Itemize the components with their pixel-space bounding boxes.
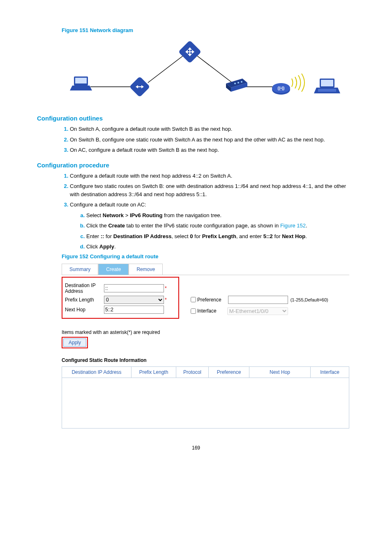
tab-remove[interactable]: Remove (129, 264, 163, 275)
outlines-list: On Switch A, configure a default route w… (62, 125, 355, 154)
page-number: 169 (37, 445, 355, 451)
procedure-list: Configure a default route with the next … (62, 172, 355, 251)
figure-152-link[interactable]: Figure 152 (280, 222, 306, 229)
list-item: On Switch B, configure one static route … (70, 136, 355, 144)
interface-label: Interface (197, 308, 217, 314)
list-item: Select Network > IPv6 Routing from the n… (86, 211, 355, 220)
svg-marker-6 (70, 86, 92, 90)
required-asterisk: * (165, 285, 167, 291)
list-item: Click the Create tab to enter the IPv6 s… (86, 222, 355, 230)
next-hop-input[interactable] (104, 306, 164, 314)
interface-select[interactable]: M-Ethernet1/0/0 (227, 307, 288, 315)
network-diagram: ((•)) (62, 37, 349, 107)
svg-line-1 (148, 56, 183, 83)
apply-button-highlight: Apply (62, 337, 88, 348)
interface-checkbox[interactable] (191, 308, 196, 314)
col-preference: Preference (209, 366, 249, 378)
svg-line-2 (197, 56, 232, 83)
svg-point-12 (234, 83, 236, 84)
list-item: Configure a default route on AC: Select … (70, 201, 355, 251)
heading-configuration-outlines: Configuration outlines (37, 115, 355, 122)
list-item: Enter :: for Destination IP Address, sel… (86, 232, 355, 241)
svg-rect-5 (75, 78, 87, 83)
apply-button[interactable]: Apply (63, 338, 86, 347)
next-hop-label: Next Hop (65, 307, 104, 313)
static-route-info-heading: Configured Static Route Information (62, 357, 355, 363)
preference-input[interactable] (228, 296, 288, 304)
tab-summary[interactable]: Summary (62, 264, 98, 275)
tab-row: Summary Create Remove (62, 264, 349, 275)
preference-checkbox[interactable] (191, 297, 196, 302)
list-item: Click Apply. (86, 243, 355, 251)
svg-rect-21 (318, 89, 336, 92)
required-asterisk: * (165, 297, 167, 303)
preference-hint: (1-255,Default=60) (291, 297, 328, 302)
list-item: Configure two static routes on Switch B:… (70, 182, 355, 198)
svg-text:((•)): ((•)) (278, 86, 285, 90)
col-destination-ip: Destination IP Address (62, 366, 131, 378)
svg-point-14 (241, 81, 242, 83)
col-next-hop: Next Hop (249, 366, 311, 378)
empty-table-body (62, 378, 349, 428)
figure-152-title: Figure 152 Configuring a default route (62, 253, 355, 260)
destination-ip-input[interactable] (104, 284, 164, 292)
required-note: Items marked with an asterisk(*) are req… (62, 329, 355, 335)
svg-rect-19 (321, 80, 333, 86)
preference-label: Preference (197, 297, 221, 303)
col-protocol: Protocol (176, 366, 209, 378)
heading-configuration-procedure: Configuration procedure (37, 162, 355, 169)
col-prefix-length: Prefix Length (131, 366, 176, 378)
list-item: On Switch A, configure a default route w… (70, 125, 355, 133)
destination-ip-label: Destination IP Address (65, 283, 104, 294)
text: Configure a default route on AC: (70, 202, 146, 208)
static-routes-table: Destination IP Address Prefix Length Pro… (62, 366, 349, 429)
figure-151-title: Figure 151 Network diagram (62, 27, 355, 33)
prefix-length-label: Prefix Length (65, 297, 104, 303)
svg-point-13 (238, 82, 239, 83)
tab-create[interactable]: Create (98, 264, 129, 275)
col-interface: Interface (311, 366, 349, 378)
list-item: Configure a default route with the next … (70, 172, 355, 180)
prefix-length-select[interactable]: 0 (104, 296, 164, 304)
list-item: On AC, configure a default route with Sw… (70, 146, 355, 154)
